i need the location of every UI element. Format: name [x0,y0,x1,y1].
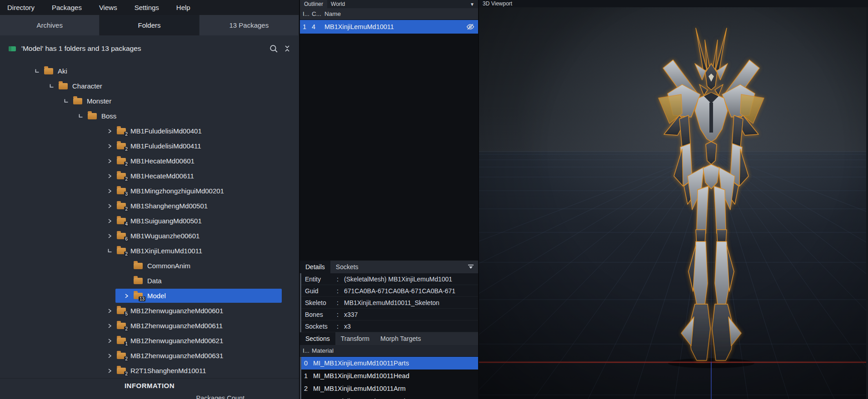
tree-item-MB1ZhenwuguanzheMd00611[interactable]: 2MB1ZhenwuguanzheMd00611 [0,318,299,333]
collapse-chevron-icon[interactable] [107,233,117,239]
collapse-chevron-icon[interactable] [107,218,117,224]
sections-tab-transform[interactable]: Transform [335,332,375,345]
collapse-chevron-icon[interactable] [107,323,117,329]
tree-item-MB1XinjiLemuMd10011[interactable]: 2MB1XinjiLemuMd10011 [0,243,299,258]
column-count: C... [312,10,324,17]
collapse-chevron-icon[interactable] [107,338,117,344]
tree-item-MB1ZhenwuguanzheMd00621[interactable]: 1MB1ZhenwuguanzheMd00621 [0,333,299,348]
menu-item-settings[interactable]: Settings [135,4,159,11]
tree-item-MB1HecateMd00601[interactable]: 2MB1HecateMd00601 [0,153,299,168]
property-row-bones: Bones:x337 [301,309,478,320]
tree-item-MB1ShanghengMd00501[interactable]: 2MB1ShanghengMd00501 [0,198,299,213]
outliner-row-name: MB1XinjiLemuMd10011 [324,23,466,30]
folder-tree: AkiCharacterMonsterBoss2MB1FuludelisiMd0… [0,62,299,378]
eye-off-icon[interactable] [466,23,474,30]
material-row[interactable]: 2MI_MB1XinjiLemuMd10011Arm [301,382,478,395]
collapse-chevron-icon[interactable] [107,188,117,194]
property-label: Entity [305,276,337,283]
details-tab-details[interactable]: Details [300,261,330,273]
sections-tabs: SectionsTransformMorph Targets [300,332,478,345]
collapse-chevron-icon[interactable] [107,128,117,134]
folder-icon: 2 [117,143,126,149]
tree-item-label: MB1FuludelisiMd00411 [130,142,201,150]
folder-count-badge: 2 [124,251,129,256]
tree-item-label: MB1ZhenwuguanzheMd00601 [130,307,223,315]
menu-item-views[interactable]: Views [99,4,117,11]
tree-item-label: Data [147,277,162,285]
outliner-columns: I... C... Name [300,8,478,20]
column-index: I... [300,10,312,17]
tree-item-MB1Wuguanzhe00601[interactable]: 6MB1Wuguanzhe00601 [0,228,299,243]
sections-tab-morph-targets[interactable]: Morph Targets [375,332,426,345]
search-icon[interactable] [269,44,279,54]
tree-item-label: MB1MingzhongzhiguiMd00201 [130,187,224,195]
tree-item-MB1ZhenwuguanzheMd00601[interactable]: 5MB1ZhenwuguanzheMd00601 [0,303,299,318]
information-footer: INFORMATION Packages Count [0,378,299,399]
collapse-chevron-icon[interactable] [107,143,117,149]
expand-arrow-icon[interactable] [49,84,59,89]
property-label: Sockets [305,323,337,330]
tree-item-Character[interactable]: Character [0,79,299,94]
folder-count-badge: 2 [124,177,129,182]
outliner-row-index: 1 [300,23,312,30]
tree-item-Monster[interactable]: Monster [0,94,299,108]
expand-arrow-icon[interactable] [34,69,44,74]
folder-count-badge: 3 [124,192,129,197]
tree-item-label: Character [72,82,102,90]
outliner-tab[interactable]: Outliner [300,0,327,8]
folder-count-badge: 2 [124,326,129,331]
sections-tab-sections[interactable]: Sections [300,332,335,345]
viewport-scene [479,0,866,399]
viewport-title: 3D Viewport [483,0,512,7]
tree-item-Aki[interactable]: Aki [0,64,299,79]
expand-arrow-icon[interactable] [63,99,73,104]
collapse-chevron-icon[interactable] [107,368,117,374]
property-value: x337 [344,311,358,318]
details-tab-sockets[interactable]: Sockets [330,261,364,273]
expand-arrow-icon[interactable] [107,248,117,254]
folder-icon: 5 [117,308,126,314]
collapse-chevron-icon[interactable] [124,293,134,299]
tree-item-MB1MingzhongzhiguiMd00201[interactable]: 3MB1MingzhongzhiguiMd00201 [0,183,299,198]
material-row[interactable]: 1MI_MB1XinjiLemuMd10011Head [301,369,478,382]
menu-item-help[interactable]: Help [176,4,190,11]
tree-item-Data[interactable]: Data [0,273,299,288]
material-row[interactable]: 3MI_MB1XinjiLemuMd10011Body [301,395,478,399]
tree-item-Boss[interactable]: Boss [0,108,299,123]
tab-folders[interactable]: Folders [100,15,199,35]
tree-item-R2T1ShanghenMd10011[interactable]: 2R2T1ShanghenMd10011 [0,363,299,378]
tree-item-CommonAnim[interactable]: CommonAnim [0,258,299,273]
collapse-all-icon[interactable] [284,44,291,53]
collapse-chevron-icon[interactable] [107,203,117,209]
tree-item-MB1FuludelisiMd00411[interactable]: 2MB1FuludelisiMd00411 [0,138,299,153]
collapse-chevron-icon[interactable] [107,173,117,179]
menu-item-directory[interactable]: Directory [7,4,35,11]
collapse-chevron-icon[interactable] [107,308,117,314]
tree-item-label: MB1XinjiLemuMd10011 [130,247,202,255]
world-dropdown[interactable]: World ▼ [327,0,478,8]
tree-item-Model[interactable]: 13Model [0,288,299,303]
collapse-chevron-icon[interactable] [107,353,117,359]
property-label: Guid [305,287,337,295]
tab-13-packages[interactable]: 13 Packages [200,15,299,35]
folder-icon: 13 [134,293,143,299]
menu-item-packages[interactable]: Packages [52,4,82,11]
outliner-header: Outliner World ▼ [300,0,478,8]
tree-item-label: Monster [87,97,111,105]
tree-item-MB1HecateMd00611[interactable]: 2MB1HecateMd00611 [0,168,299,183]
outliner-row[interactable]: 14MB1XinjiLemuMd10011 [300,20,478,34]
property-value: 671CA0BA-671CA0BA-671CA0BA-671 [344,287,455,295]
folder-icon: 2 [117,353,126,359]
filter-icon[interactable] [468,261,474,273]
expand-arrow-icon[interactable] [78,113,88,119]
collapse-chevron-icon[interactable] [107,158,117,164]
viewport-canvas[interactable]: 3D Viewport [479,0,868,399]
tree-item-label: MB1Wuguanzhe00601 [130,232,200,240]
folder-icon: 2 [117,248,126,254]
tree-item-MB1ZhenwuguanzheMd00631[interactable]: 2MB1ZhenwuguanzheMd00631 [0,348,299,363]
outliner-list: 14MB1XinjiLemuMd10011 [300,20,478,261]
tab-archives[interactable]: Archives [0,15,100,35]
material-row[interactable]: 0MI_MB1XinjiLemuMd10011Parts [301,357,478,369]
tree-item-MB1SuiguangMd00501[interactable]: 4MB1SuiguangMd00501 [0,213,299,228]
tree-item-MB1FuludelisiMd00401[interactable]: 2MB1FuludelisiMd00401 [0,123,299,138]
